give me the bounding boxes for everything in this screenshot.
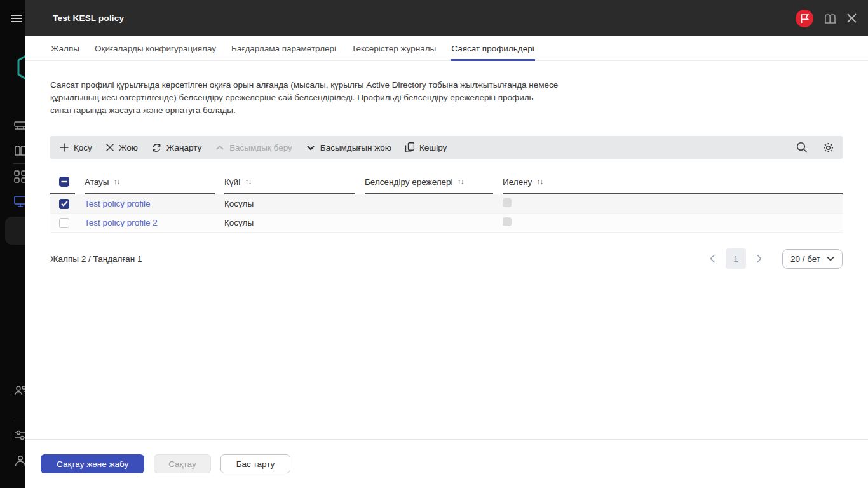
sidebar-item-catalog-icon[interactable] bbox=[14, 145, 25, 156]
chevron-right-icon bbox=[756, 254, 762, 263]
save-and-close-button[interactable]: Сақтау және жабу bbox=[41, 454, 144, 473]
help-book-button[interactable] bbox=[824, 13, 837, 24]
table-toolbar: Қосу Жою Жаңарту Басымдық беру Басымдығы… bbox=[50, 136, 843, 159]
window-titlebar: Test KESL policy bbox=[25, 0, 868, 36]
deprioritize-button[interactable]: Басымдығын жою bbox=[306, 143, 391, 152]
column-label: Иелену bbox=[503, 177, 532, 187]
deprioritize-button-label: Басымдығын жою bbox=[320, 143, 391, 152]
table-row: Test policy profile Қосулы bbox=[50, 194, 843, 214]
check-mark-icon bbox=[61, 201, 68, 207]
page-number[interactable]: 1 bbox=[726, 248, 746, 269]
sort-icon[interactable]: ↑↓ bbox=[114, 177, 120, 186]
selection-summary: Жалпы 2 / Таңдалған 1 bbox=[50, 254, 142, 264]
tab-event-configuration[interactable]: Оқиғаларды конфигурациялау bbox=[94, 36, 217, 60]
column-header-inheritance[interactable]: Иелену ↑↓ bbox=[503, 170, 843, 194]
sidebar-item-users-icon[interactable] bbox=[14, 384, 25, 397]
plus-icon bbox=[60, 143, 69, 152]
indeterminate-mark-icon bbox=[61, 180, 67, 183]
tab-label: Саясат профильдері bbox=[451, 44, 534, 53]
column-label: Күйі bbox=[224, 177, 240, 187]
chevron-left-icon bbox=[710, 254, 715, 263]
tab-label: Жалпы bbox=[51, 44, 79, 53]
column-label: Белсендіру ережелері bbox=[365, 177, 453, 187]
x-icon bbox=[106, 144, 114, 151]
column-header-status[interactable]: Күйі ↑↓ bbox=[224, 170, 355, 194]
page-size-value: 20 / бет bbox=[790, 254, 820, 264]
profile-name-link[interactable]: Test policy profile bbox=[85, 199, 151, 208]
row-checkbox[interactable] bbox=[59, 218, 69, 228]
search-button[interactable] bbox=[796, 142, 808, 153]
flag-icon bbox=[800, 13, 810, 24]
tab-bar: Жалпы Оқиғаларды конфигурациялау Бағдарл… bbox=[25, 36, 868, 61]
pagination: 1 20 / бет bbox=[710, 248, 843, 269]
policy-properties-window: Test KESL policy Жалпы Оқиғаларды конфиг… bbox=[25, 0, 868, 488]
prioritize-button[interactable]: Басымдық беру bbox=[215, 143, 292, 152]
kaspersky-logo-icon bbox=[17, 52, 25, 83]
column-header-activation-rules[interactable]: Белсендіру ережелері ↑↓ bbox=[365, 170, 493, 194]
cancel-button[interactable]: Бас тарту bbox=[220, 454, 291, 473]
copy-button[interactable]: Көшіру bbox=[405, 142, 447, 152]
sort-icon[interactable]: ↑↓ bbox=[536, 177, 543, 186]
tab-label: Оқиғаларды конфигурациялау bbox=[95, 44, 216, 53]
table-footer: Жалпы 2 / Таңдалған 1 1 20 / бет bbox=[50, 248, 843, 269]
prioritize-button-label: Басымдық беру bbox=[229, 143, 292, 152]
tab-general[interactable]: Жалпы bbox=[50, 36, 80, 60]
search-icon bbox=[796, 142, 808, 153]
profile-status: Қосулы bbox=[224, 199, 254, 208]
delete-button-label: Жою bbox=[119, 143, 138, 152]
sort-icon[interactable]: ↑↓ bbox=[245, 177, 251, 186]
sidebar-item-apps-icon[interactable] bbox=[14, 170, 25, 183]
table-row: Test policy profile 2 Қосулы bbox=[50, 214, 843, 233]
sidebar-item-selected[interactable] bbox=[5, 217, 25, 245]
chevron-down-icon bbox=[827, 256, 834, 261]
refresh-button[interactable]: Жаңарту bbox=[152, 143, 201, 152]
select-all-checkbox[interactable] bbox=[59, 177, 69, 187]
table-settings-button[interactable] bbox=[823, 142, 834, 153]
gear-icon bbox=[823, 142, 834, 153]
tab-label: Тексерістер журналы bbox=[351, 44, 436, 53]
tab-application-settings[interactable]: Бағдарлама параметрлері bbox=[231, 36, 337, 60]
tab-revision-history[interactable]: Тексерістер журналы bbox=[351, 36, 437, 60]
chevron-down-icon bbox=[306, 144, 315, 152]
book-icon bbox=[824, 13, 837, 24]
previous-page-button[interactable] bbox=[710, 254, 715, 263]
chevron-up-icon bbox=[215, 144, 224, 152]
column-header-name[interactable]: Атауы ↑↓ bbox=[85, 170, 215, 194]
sort-icon[interactable]: ↑↓ bbox=[458, 177, 464, 186]
hamburger-menu-icon[interactable] bbox=[11, 14, 22, 23]
copy-icon bbox=[405, 142, 414, 152]
add-button[interactable]: Қосу bbox=[60, 143, 92, 152]
delete-button[interactable]: Жою bbox=[106, 143, 138, 152]
sidebar-item-settings-icon[interactable] bbox=[14, 429, 25, 442]
table-header-row: Атауы ↑↓ Күйі ↑↓ Белсендіру ережелері ↑↓… bbox=[50, 170, 843, 194]
inheritance-checkbox-disabled bbox=[503, 198, 512, 207]
window-title: Test KESL policy bbox=[53, 13, 124, 23]
profile-status: Қосулы bbox=[224, 218, 254, 227]
add-button-label: Қосу bbox=[74, 143, 92, 152]
flag-badge-button[interactable] bbox=[796, 10, 813, 27]
next-page-button[interactable] bbox=[756, 254, 762, 263]
sidebar-divider bbox=[13, 163, 25, 164]
close-window-button[interactable] bbox=[847, 13, 857, 23]
action-bar: Сақтау және жабу Сақтау Бас тарту bbox=[25, 439, 868, 488]
policy-profiles-description: Саясат профилі құрылғыда көрсетілген оқи… bbox=[50, 79, 578, 117]
refresh-icon bbox=[152, 143, 161, 152]
page-size-select[interactable]: 20 / бет bbox=[782, 249, 843, 269]
sidebar-item-servers-icon[interactable] bbox=[14, 119, 25, 132]
policy-profiles-table: Атауы ↑↓ Күйі ↑↓ Белсендіру ережелері ↑↓… bbox=[50, 170, 843, 233]
copy-button-label: Көшіру bbox=[419, 143, 447, 152]
close-icon bbox=[847, 13, 857, 23]
save-button[interactable]: Сақтау bbox=[154, 454, 210, 473]
tab-label: Бағдарлама параметрлері bbox=[231, 44, 336, 53]
tab-policy-profiles[interactable]: Саясат профильдері bbox=[451, 36, 534, 60]
sidebar-divider bbox=[13, 421, 25, 421]
refresh-button-label: Жаңарту bbox=[166, 143, 201, 152]
sidebar-item-devices-icon[interactable] bbox=[14, 196, 25, 208]
column-label: Атауы bbox=[85, 177, 109, 187]
app-sidebar bbox=[0, 0, 25, 488]
profile-name-link[interactable]: Test policy profile 2 bbox=[85, 218, 158, 227]
row-checkbox[interactable] bbox=[59, 199, 69, 209]
sidebar-item-account-icon[interactable] bbox=[14, 454, 25, 467]
inheritance-checkbox-disabled bbox=[503, 217, 512, 226]
